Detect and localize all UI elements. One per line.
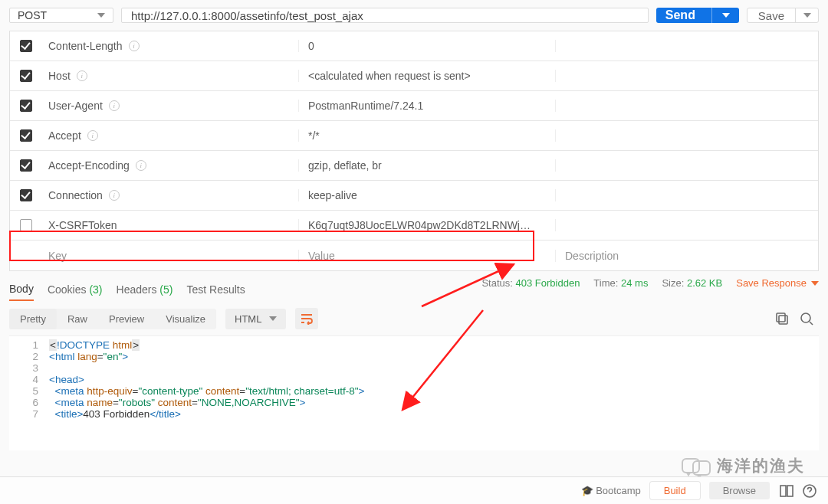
response-meta: Status: 403 Forbidden Time: 24 ms Size: …: [481, 277, 819, 289]
code-line: 6 <meta name="robots" content="NONE,NOAR…: [18, 397, 810, 408]
copy-icon[interactable]: [774, 311, 790, 326]
info-icon[interactable]: i: [129, 41, 140, 51]
tab-cookies[interactable]: Cookies (3): [48, 279, 103, 300]
info-icon[interactable]: i: [136, 160, 146, 171]
view-mode-group: Pretty Raw Preview Visualize: [9, 309, 216, 329]
header-value-placeholder[interactable]: Value: [299, 250, 556, 262]
svg-point-2: [801, 313, 810, 322]
header-description-placeholder[interactable]: Description: [556, 250, 818, 262]
header-value[interactable]: keep-alive: [299, 189, 556, 201]
info-icon[interactable]: i: [77, 70, 87, 81]
method-select[interactable]: POST: [9, 8, 113, 23]
checkbox[interactable]: [20, 40, 32, 52]
request-bar: POST http://127.0.0.1:8000/assetinfo/tes…: [0, 0, 828, 31]
response-tabs: Body Cookies (3) Headers (5) Test Result…: [0, 271, 828, 302]
format-label: HTML: [235, 313, 261, 325]
send-label: Send: [665, 8, 695, 22]
checkbox[interactable]: [20, 129, 32, 142]
format-select[interactable]: HTML: [225, 309, 286, 329]
header-row[interactable]: Host i <calculated when request is sent>: [10, 61, 818, 91]
checkbox[interactable]: [20, 189, 32, 201]
panel-layout-icon[interactable]: [779, 483, 794, 499]
chevron-down-icon[interactable]: [722, 13, 730, 18]
status-value: 403 Forbidden: [516, 277, 580, 289]
size-value: 2.62 KB: [687, 277, 722, 289]
chevron-down-icon: [269, 316, 277, 321]
save-response-button[interactable]: Save Response: [736, 277, 819, 289]
checkbox[interactable]: [20, 159, 32, 172]
checkbox[interactable]: [20, 219, 32, 231]
code-line: 1<!DOCTYPE html>: [18, 339, 810, 351]
chevron-down-icon: [97, 13, 105, 18]
svg-rect-5: [780, 486, 786, 496]
header-value[interactable]: gzip, deflate, br: [299, 159, 556, 172]
header-row[interactable]: Accept i */*: [10, 121, 818, 151]
header-value[interactable]: */*: [299, 129, 556, 142]
help-icon[interactable]: [802, 483, 817, 499]
tab-body[interactable]: Body: [9, 278, 34, 301]
save-label: Save: [748, 9, 795, 22]
chevron-down-icon: [811, 281, 819, 286]
code-line: 4<head>: [18, 374, 810, 385]
header-key[interactable]: Host i: [42, 70, 299, 82]
send-button[interactable]: Send: [656, 8, 739, 23]
tab-headers[interactable]: Headers (5): [117, 279, 173, 300]
checkbox[interactable]: [20, 100, 32, 112]
method-value: POST: [18, 9, 47, 21]
time-value: 24 ms: [621, 277, 648, 289]
code-line: 2<html lang="en">: [18, 351, 810, 362]
header-key-placeholder[interactable]: Key: [42, 250, 299, 262]
view-raw[interactable]: Raw: [57, 309, 98, 329]
header-key[interactable]: Accept i: [42, 129, 299, 142]
search-icon[interactable]: [799, 311, 814, 326]
header-value[interactable]: K6q7uqt9J8UocELWR04pw2DKd8T2LRNWj…: [299, 219, 556, 231]
view-visualize[interactable]: Visualize: [155, 309, 216, 329]
header-value[interactable]: 0: [299, 40, 556, 52]
browse-button[interactable]: Browse: [709, 482, 770, 499]
view-pretty[interactable]: Pretty: [9, 309, 57, 329]
header-key[interactable]: Accept-Encoding i: [42, 159, 299, 172]
info-icon[interactable]: i: [109, 100, 120, 111]
header-value[interactable]: <calculated when request is sent>: [299, 70, 556, 82]
header-key[interactable]: Content-Length i: [42, 40, 299, 52]
header-row[interactable]: X-CSRFToken K6q7uqt9J8UocELWR04pw2DKd8T2…: [10, 211, 818, 241]
bootcamp-link[interactable]: 🎓 Bootcamp: [581, 485, 641, 496]
wrap-lines-button[interactable]: [295, 308, 318, 329]
tab-test-results[interactable]: Test Results: [186, 279, 245, 300]
headers-table: Content-Length i 0 Host i <calculated wh…: [9, 31, 819, 271]
checkbox[interactable]: [20, 70, 32, 82]
save-dropdown[interactable]: [795, 8, 818, 22]
header-row[interactable]: User-Agent i PostmanRuntime/7.24.1: [10, 91, 818, 121]
header-value[interactable]: PostmanRuntime/7.24.1: [299, 100, 556, 112]
header-row-new[interactable]: Key Value Description: [10, 241, 818, 270]
response-body[interactable]: 1<!DOCTYPE html>2<html lang="en">34<head…: [9, 335, 819, 450]
save-button[interactable]: Save: [747, 8, 819, 23]
build-button[interactable]: Build: [650, 482, 700, 499]
header-row[interactable]: Accept-Encoding i gzip, deflate, br: [10, 151, 818, 181]
response-view-bar: Pretty Raw Preview Visualize HTML: [0, 302, 828, 335]
chevron-down-icon: [803, 13, 811, 18]
svg-rect-6: [787, 486, 793, 496]
info-icon[interactable]: i: [87, 130, 98, 141]
view-preview[interactable]: Preview: [98, 309, 155, 329]
header-key[interactable]: User-Agent i: [42, 100, 299, 112]
header-row[interactable]: Content-Length i 0: [10, 31, 818, 61]
header-key[interactable]: Connection i: [42, 189, 299, 201]
info-icon[interactable]: i: [109, 190, 120, 201]
svg-rect-1: [777, 313, 785, 322]
code-line: 7 <title>403 Forbidden</title>: [18, 408, 810, 420]
watermark: 海洋的渔夫: [682, 455, 805, 476]
footer-bar: 🎓 Bootcamp Build Browse: [0, 476, 828, 504]
url-input[interactable]: http://127.0.0.1:8000/assetinfo/test_pos…: [121, 8, 649, 23]
svg-rect-0: [779, 316, 787, 324]
header-row[interactable]: Connection i keep-alive: [10, 181, 818, 211]
code-line: 3: [18, 362, 810, 374]
header-key[interactable]: X-CSRFToken: [42, 219, 299, 231]
url-value: http://127.0.0.1:8000/assetinfo/test_pos…: [131, 9, 363, 22]
code-line: 5 <meta http-equiv="content-type" conten…: [18, 385, 810, 397]
